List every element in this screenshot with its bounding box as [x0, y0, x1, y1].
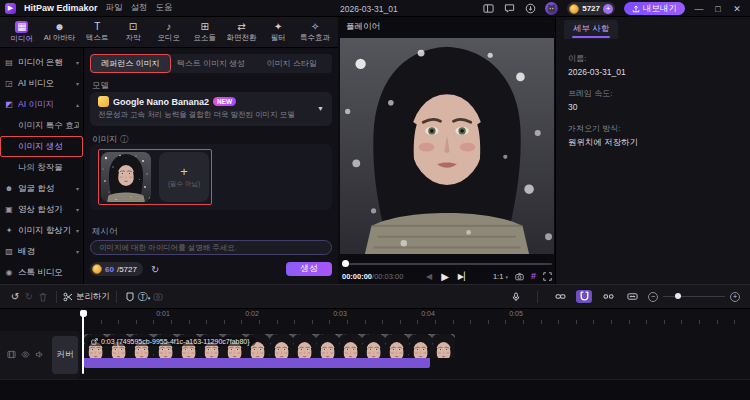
coin-icon: [92, 264, 102, 274]
playback-progress[interactable]: [342, 260, 552, 266]
sidebar-item-background[interactable]: ▨ 배경 ▾: [0, 241, 83, 262]
chevron-up-icon: ▴: [76, 101, 79, 108]
sidebar-item-image-enhancer[interactable]: ✦ 이미지 향상기 ▾: [0, 220, 83, 241]
menu-file[interactable]: 파일: [106, 2, 123, 14]
sidebar-item-media-bank[interactable]: ▤ 미디어 은행 ▾: [0, 52, 83, 73]
tab-transitions[interactable]: ⇄ 화면전환: [226, 21, 256, 43]
total-time: 00:03:00: [374, 272, 403, 281]
zoom-out-button[interactable]: −: [648, 292, 658, 302]
reference-image-thumbnail[interactable]: [101, 152, 151, 202]
chevron-down-icon: ▾: [76, 227, 79, 234]
grid-overlay-icon[interactable]: #: [531, 271, 536, 281]
timeline: 0:01 0:02 0:03 0:04 0:05 커버 0:03 {749595…: [0, 309, 750, 400]
panel-tabs: 레퍼런스 이미지 텍스트 이미지 생성 이미지 스타일: [90, 54, 332, 73]
sidebar-item-video-compositor[interactable]: ▣ 영상 합성기 ▾: [0, 199, 83, 220]
play-button[interactable]: ▶: [441, 271, 449, 282]
previous-frame-button[interactable]: ◀: [426, 272, 432, 281]
snapshot-icon[interactable]: [515, 272, 524, 281]
video-icon: ◲: [4, 79, 14, 88]
clip-label: 0:03 {749595cb-9955-4f1c-a163-11290c7fab…: [87, 337, 256, 346]
zoom-knob[interactable]: [675, 293, 681, 299]
aspect-ratio-selector[interactable]: 1:1 ▾: [493, 272, 508, 281]
marker-icon[interactable]: [123, 291, 137, 302]
cover-button[interactable]: 커버: [52, 336, 78, 374]
generate-button[interactable]: 생성: [286, 262, 332, 276]
sidebar-item-stock-video[interactable]: ◉ 스톡 비디오: [0, 262, 83, 283]
playhead-knob[interactable]: [342, 260, 349, 267]
refresh-icon[interactable]: ↻: [151, 264, 159, 275]
effects-icon: ✧: [311, 21, 319, 32]
download-icon[interactable]: [524, 3, 536, 15]
timeline-ruler[interactable]: 0:01 0:02 0:03 0:04 0:05: [83, 309, 750, 325]
tab-subtitle[interactable]: ⊡ 자막: [119, 21, 147, 43]
sidebar-item-face-swap[interactable]: ☻ 얼굴 합성 ▾: [0, 178, 83, 199]
video-preview[interactable]: [340, 38, 554, 254]
tab-text[interactable]: T 텍스트: [83, 21, 111, 43]
prompt-input[interactable]: [90, 240, 332, 255]
credits-badge[interactable]: 5727 +: [567, 2, 615, 15]
redo-button[interactable]: ↻: [22, 291, 36, 302]
sidebar-item-image-generation[interactable]: 이미지 생성: [0, 136, 83, 157]
tab-reference-image[interactable]: 레퍼런스 이미지: [90, 54, 171, 73]
delete-icon[interactable]: [36, 291, 50, 302]
next-frame-button[interactable]: ▶▏: [458, 272, 470, 281]
tab-media[interactable]: ▦ 미디어: [8, 21, 36, 44]
tab-effects[interactable]: ✧ 특수효과: [300, 21, 330, 43]
tab-text-to-image[interactable]: 텍스트 이미지 생성: [171, 54, 252, 73]
tab-ai-avatar[interactable]: ☻ AI 아바타: [44, 21, 76, 43]
fullscreen-icon[interactable]: [543, 272, 552, 281]
chevron-down-icon[interactable]: ▼: [317, 105, 324, 112]
titlebar: ▶ HitPaw Edimakor 파일 설정 도움 2026-03-31_01…: [0, 0, 750, 17]
model-logo-icon: [98, 96, 109, 107]
text-tool-icon[interactable]: Ⓣ▾: [137, 290, 151, 304]
tab-image-style[interactable]: 이미지 스타일: [251, 54, 332, 73]
prompt-section-label: 제시어: [92, 226, 118, 238]
sidebar-item-ai-image[interactable]: ◩ AI 이미지 ▴: [0, 94, 83, 115]
background-icon: ▨: [4, 247, 14, 256]
player-title: 플레이어: [338, 17, 555, 36]
ruler-tick: 0:02: [245, 310, 259, 317]
feedback-icon[interactable]: [503, 3, 515, 15]
sidebar: ▤ 미디어 은행 ▾ ◲ AI 비디오 ▾ ◩ AI 이미지 ▴ 이미지 특수 …: [0, 48, 84, 284]
info-icon[interactable]: ⓘ: [120, 134, 129, 144]
timeline-playhead[interactable]: [82, 310, 84, 374]
tab-elements[interactable]: ⊞ 요소들: [191, 21, 219, 43]
track-visibility-icon[interactable]: [21, 350, 30, 361]
video-clip[interactable]: 0:03 {749595cb-9955-4f1c-a163-11290c7fab…: [84, 334, 455, 369]
stock-video-icon: ◉: [4, 268, 14, 277]
minimize-button[interactable]: —: [694, 4, 704, 14]
add-image-button[interactable]: + (필수 아님): [159, 152, 209, 202]
close-button[interactable]: ✕: [732, 4, 742, 14]
split-button[interactable]: 분리하기: [63, 291, 110, 303]
clip-duration-bar: [84, 358, 430, 368]
add-credits-button[interactable]: +: [603, 4, 613, 14]
tab-audio[interactable]: ♪ 오디오: [155, 21, 183, 43]
detail-name-label: 이름:: [568, 53, 638, 64]
sidebar-item-image-effects[interactable]: 이미지 특수 효과: [0, 115, 83, 136]
track-mute-icon[interactable]: [35, 350, 44, 361]
unlink-icon[interactable]: [600, 290, 616, 303]
user-avatar[interactable]: [545, 2, 558, 15]
empty-track-area[interactable]: [0, 379, 750, 400]
menu-settings[interactable]: 설정: [131, 2, 148, 14]
model-selector[interactable]: Google Nano Banana2 NEW 전문성과 고속 처리 능력을 결…: [90, 92, 332, 126]
timeline-zoom-slider[interactable]: − +: [648, 292, 740, 302]
undo-button[interactable]: ↺: [8, 291, 22, 302]
app-logo-icon: ▶: [5, 3, 16, 14]
menu-help[interactable]: 도움: [156, 2, 173, 14]
sidebar-item-ai-video[interactable]: ◲ AI 비디오 ▾: [0, 73, 83, 94]
tab-details[interactable]: 세부 사항: [564, 20, 618, 39]
sidebar-item-my-creations[interactable]: 나의 창작물: [0, 157, 83, 178]
tab-filters[interactable]: ✦ 필터: [264, 21, 292, 43]
export-button[interactable]: 내보내기: [624, 2, 685, 15]
zoom-in-button[interactable]: +: [730, 292, 740, 302]
fit-timeline-icon[interactable]: [624, 290, 640, 303]
detail-import-value: 원위치에 저장하기: [568, 137, 638, 149]
magnet-snap-icon[interactable]: [576, 290, 592, 303]
media-icon: ▦: [15, 21, 28, 33]
record-icon[interactable]: [151, 291, 165, 302]
maximize-button[interactable]: □: [713, 4, 723, 14]
link-icon[interactable]: [552, 290, 568, 303]
microphone-icon[interactable]: [509, 291, 523, 302]
layout-icon[interactable]: [482, 3, 494, 15]
